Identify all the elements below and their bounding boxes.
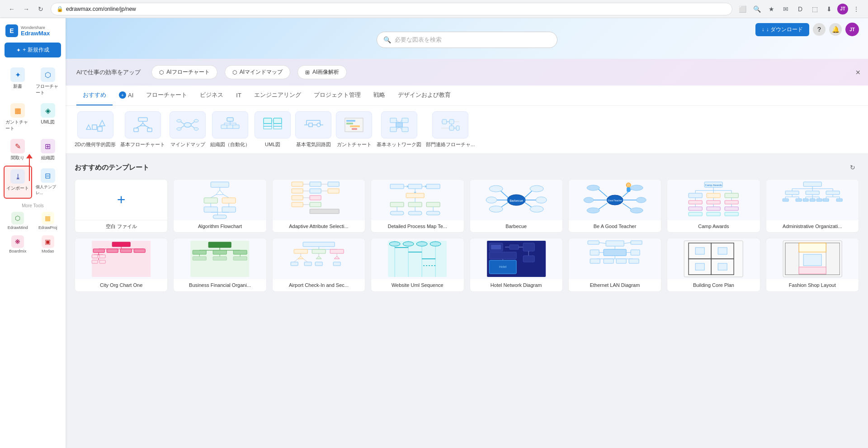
plus-icon: + — [117, 191, 126, 208]
svg-rect-248 — [315, 262, 322, 266]
qi-2d-shapes[interactable]: 2Dの幾何学的図形 — [75, 111, 116, 148]
template-hotel-network[interactable]: Hotel Hotel Network Diagram — [470, 238, 563, 291]
templates-grid-row1: + 空白 ファイル — [75, 179, 859, 233]
extensions-icon[interactable]: ⬚ — [808, 3, 821, 15]
tool-org[interactable]: ⊞ 組織図 — [34, 136, 62, 164]
ext-tool-edrawmind[interactable]: ⬡ EdrawMind — [4, 210, 32, 232]
address-bar[interactable]: 🔒 edrawmax.com/online/jp/new — [51, 3, 732, 15]
reload-button[interactable]: ↻ — [34, 3, 47, 15]
tab-recommended[interactable]: おすすめ — [76, 86, 113, 105]
tab-strategy[interactable]: 戦略 — [367, 86, 392, 105]
notification-icon[interactable]: 🔔 — [829, 23, 842, 36]
ext-tool-modao[interactable]: ▣ Modao — [34, 234, 62, 255]
template-admin-org[interactable]: Administrative Organizati... — [766, 179, 859, 233]
tool-new[interactable]: ✦ 新書 — [4, 65, 32, 99]
svg-point-16 — [177, 119, 181, 122]
template-website-uml[interactable]: Website Uml Sequence — [371, 238, 464, 291]
qi-uml[interactable]: UML図 — [255, 111, 291, 148]
tab-flowchart[interactable]: フローチャート — [140, 86, 193, 105]
template-fashion-shop[interactable]: Fashion Shop Layout — [766, 238, 859, 291]
svg-rect-305 — [785, 243, 799, 275]
qi-cross-flow[interactable]: 部門連絡フローチャ... — [426, 111, 475, 148]
template-name-barbecue: Barbecue — [470, 220, 562, 232]
tool-gantt[interactable]: ▦ ガントチャート — [4, 100, 32, 134]
close-banner-button[interactable]: ✕ — [855, 69, 861, 76]
ext-tool-edrawproj[interactable]: ▦ EdrawProj — [34, 210, 62, 232]
refresh-button[interactable]: ↻ — [846, 161, 859, 174]
svg-rect-73 — [222, 198, 236, 203]
template-name-blank: 空白 ファイル — [75, 220, 167, 232]
new-tool-icon: ✦ — [10, 67, 25, 82]
tool-uml[interactable]: ◈ UML図 — [34, 100, 62, 134]
ext-tool-boardmix[interactable]: ❋ Boardmix — [4, 234, 32, 255]
qi-network[interactable]: 基本ネットワーク図 — [377, 111, 421, 148]
svg-rect-219 — [209, 242, 231, 248]
template-business-fin[interactable]: Business Financial Organi... — [173, 238, 266, 291]
search-box[interactable]: 🔍 必要な図表を検索 — [377, 32, 557, 48]
tool-sketch[interactable]: ✎ 聞取り — [4, 136, 32, 164]
template-thumb-admin-org — [766, 180, 859, 220]
download-button[interactable]: ↓ ↓ ダウンロード — [755, 23, 809, 36]
svg-rect-246 — [291, 262, 298, 266]
qi-network-label: 基本ネットワーク図 — [377, 141, 421, 148]
svg-rect-81 — [292, 182, 303, 186]
template-adaptive[interactable]: Adaptive Attribute Selecti... — [272, 179, 365, 233]
tab-business[interactable]: ビジネス — [193, 86, 230, 105]
template-ethernet-lan[interactable]: Ethernet LAN Diagram — [568, 238, 661, 291]
tool-import[interactable]: ⤓ インポート — [4, 166, 32, 199]
mail-icon[interactable]: ✉ — [779, 3, 792, 15]
svg-text:Hotel: Hotel — [499, 265, 507, 268]
template-city-org[interactable]: City Org Chart One — [75, 238, 168, 291]
tab-design[interactable]: デザインおよび教育 — [392, 86, 457, 105]
ai-plus-icon: + — [119, 91, 126, 99]
tool-personal[interactable]: ⊟ 個人テンプレ... — [34, 166, 62, 199]
template-algorithm[interactable]: Algorithm Flowchart — [173, 179, 266, 233]
template-barbecue[interactable]: Barbecue — [470, 179, 563, 233]
zoom-icon[interactable]: 🔍 — [750, 3, 763, 15]
template-blank[interactable]: + 空白 ファイル — [75, 179, 168, 233]
svg-rect-164 — [725, 200, 738, 204]
url-text: edrawmax.com/online/jp/new — [66, 6, 136, 12]
lock-icon: 🔒 — [57, 6, 63, 12]
qi-mindmap[interactable]: マインドマップ — [170, 111, 206, 148]
back-button[interactable]: ← — [5, 3, 18, 15]
user-avatar-main[interactable]: JT — [845, 23, 859, 36]
cast-icon[interactable]: ⬜ — [736, 3, 749, 15]
download-browser-icon[interactable]: ⬇ — [823, 3, 835, 15]
user-avatar[interactable]: JT — [837, 4, 848, 14]
help-icon[interactable]: ? — [813, 23, 826, 36]
gantt-tool-label: ガントチャート — [5, 119, 30, 132]
ai-flowchart-button[interactable]: ⬡ AIフローチャート — [151, 65, 217, 79]
forward-button[interactable]: → — [20, 3, 33, 15]
template-good-teacher[interactable]: Good Teacher — [568, 179, 661, 233]
tab-it[interactable]: IT — [230, 86, 248, 105]
bookmark-icon[interactable]: ★ — [765, 3, 778, 15]
svg-rect-307 — [799, 243, 826, 252]
qi-circuit[interactable]: 基本電気回路図 — [295, 111, 331, 148]
template-building-core[interactable]: Building Core Plan — [667, 238, 760, 291]
template-airport[interactable]: Airport Check-In and Sec... — [272, 238, 365, 291]
svg-rect-232 — [303, 242, 335, 247]
template-detailed-process[interactable]: Detailed Process Map Te... — [371, 179, 464, 233]
new-button[interactable]: ✦ + 新規作成 — [5, 43, 61, 57]
qi-org-auto[interactable]: 組織図（自動化） — [210, 111, 250, 148]
qi-gantt[interactable]: ガントチャート — [336, 111, 372, 148]
tab-ai[interactable]: + AI — [113, 86, 140, 105]
template-camp-awards[interactable]: Camp Awards — [667, 179, 760, 233]
tool-flowchart[interactable]: ⬡ フローチャート — [34, 65, 62, 99]
tab-project[interactable]: プロジェクト管理 — [307, 86, 367, 105]
menu-icon[interactable]: ⋮ — [850, 3, 863, 15]
svg-rect-188 — [796, 199, 802, 201]
profile-icon[interactable]: D — [794, 3, 807, 15]
svg-rect-72 — [204, 198, 218, 203]
sketch-tool-icon: ✎ — [10, 139, 25, 153]
template-thumb-camp-awards: Camp Awards — [667, 180, 760, 220]
qi-basic-flow-icon — [125, 111, 161, 138]
qi-basic-flow[interactable]: 基本フローチャート — [120, 111, 165, 148]
ai-image-button[interactable]: ⊞ AI画像解析 — [297, 65, 347, 79]
qi-gantt-icon — [336, 111, 372, 138]
ai-mindmap-button[interactable]: ⬡ AIマインドマップ — [225, 65, 290, 79]
tab-engineering[interactable]: エンジニアリング — [248, 86, 307, 105]
template-thumb-blank: + — [75, 180, 167, 220]
personal-tool-icon: ⊟ — [41, 168, 55, 183]
